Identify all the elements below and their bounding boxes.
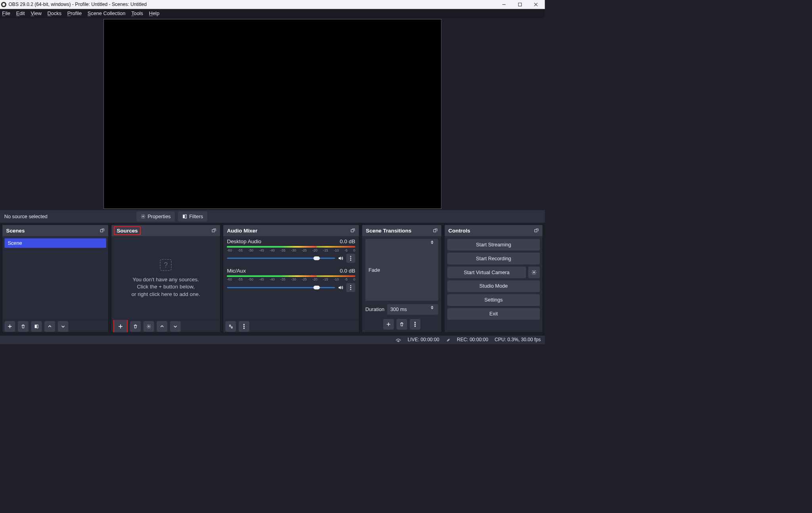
menu-file[interactable]: File [2, 11, 10, 17]
remove-source-button[interactable] [130, 321, 141, 332]
sources-title: Sources [114, 227, 140, 235]
properties-button[interactable]: Properties [136, 211, 175, 222]
maximize-button[interactable] [512, 0, 528, 9]
exit-button[interactable]: Exit [447, 308, 540, 320]
scenes-toolbar [2, 320, 108, 332]
audio-meter [227, 246, 355, 248]
menu-scene-collection[interactable]: Scene Collection [88, 11, 126, 17]
channel-menu-button[interactable] [346, 254, 355, 263]
svg-point-20 [350, 285, 351, 286]
preview-canvas[interactable] [103, 19, 441, 209]
filters-icon [182, 214, 187, 219]
transition-menu-button[interactable] [410, 319, 420, 330]
controls-title: Controls [448, 227, 470, 233]
start-recording-button[interactable]: Start Recording [447, 253, 540, 265]
svg-point-23 [229, 325, 230, 326]
add-source-button[interactable] [114, 319, 128, 332]
add-scene-button[interactable] [4, 321, 15, 332]
minimize-button[interactable] [496, 0, 512, 9]
controls-header[interactable]: Controls [444, 225, 542, 236]
duration-label: Duration [365, 306, 384, 312]
svg-point-21 [350, 287, 351, 288]
mixer-header[interactable]: Audio Mixer [223, 225, 359, 236]
scene-filter-button[interactable] [31, 321, 42, 332]
menu-edit[interactable]: Edit [16, 11, 25, 17]
svg-rect-28 [433, 230, 436, 232]
menu-tools[interactable]: Tools [131, 11, 143, 17]
move-scene-down-button[interactable] [58, 321, 69, 332]
start-streaming-button[interactable]: Start Streaming [447, 239, 540, 251]
channel-level: 0.0 dB [340, 267, 355, 273]
scenes-header[interactable]: Scenes [2, 225, 108, 236]
scene-item[interactable]: Scene [4, 238, 106, 248]
source-properties-button[interactable] [144, 321, 154, 332]
move-source-up-button[interactable] [157, 321, 167, 332]
svg-point-25 [243, 324, 245, 325]
remove-scene-button[interactable] [18, 321, 29, 332]
popout-icon[interactable] [212, 228, 216, 233]
transitions-body: Fade Duration 300 ms [362, 236, 441, 332]
sources-empty-line1: You don't have any sources. [132, 277, 199, 282]
close-button[interactable] [528, 0, 544, 9]
menu-help[interactable]: Help [149, 11, 159, 17]
title-bar: OBS 29.0.2 (64-bit, windows) - Profile: … [0, 0, 545, 9]
svg-point-31 [415, 322, 416, 323]
source-status-label: No source selected [4, 213, 48, 219]
remove-transition-button[interactable] [396, 319, 407, 330]
popout-icon[interactable] [100, 228, 105, 233]
sources-header[interactable]: Sources [111, 225, 220, 236]
filters-button[interactable]: Filters [178, 211, 207, 222]
duration-input[interactable]: 300 ms [387, 304, 438, 315]
volume-slider[interactable] [227, 287, 335, 288]
menu-profile[interactable]: Profile [67, 11, 82, 17]
mixer-settings-button[interactable] [225, 321, 236, 332]
audio-mixer-dock: Audio Mixer Desktop Audio 0.0 dB -60-55-… [223, 225, 359, 332]
svg-point-26 [243, 326, 245, 327]
popout-icon[interactable] [350, 228, 355, 233]
svg-point-19 [350, 259, 351, 261]
channel-name: Desktop Audio [227, 238, 261, 244]
mixer-channel-mic: Mic/Aux 0.0 dB -60-55-50-45-40-35-30-25-… [223, 265, 359, 295]
svg-point-27 [243, 328, 245, 329]
speaker-icon[interactable] [338, 284, 344, 290]
vcam-settings-button[interactable] [528, 267, 540, 279]
settings-button[interactable]: Settings [447, 294, 540, 306]
svg-point-18 [350, 258, 351, 259]
move-scene-up-button[interactable] [44, 321, 55, 332]
scenes-list[interactable]: Scene [2, 236, 108, 320]
channel-menu-button[interactable] [346, 283, 355, 292]
transitions-header[interactable]: Scene Transitions [362, 225, 441, 236]
transition-select[interactable]: Fade [365, 239, 438, 301]
properties-label: Properties [147, 213, 170, 219]
menu-view[interactable]: View [31, 11, 41, 17]
popout-icon[interactable] [534, 228, 539, 233]
status-bar: LIVE: 00:00:00 REC: 00:00:00 CPU: 0.3%, … [0, 335, 545, 344]
preview-area [0, 18, 545, 210]
status-rec: REC: 00:00:00 [457, 337, 488, 343]
mixer-channel-desktop: Desktop Audio 0.0 dB -60-55-50-45-40-35-… [223, 236, 359, 265]
volume-slider[interactable] [227, 258, 335, 259]
source-info-bar: No source selected Properties Filters [0, 210, 545, 223]
transition-value: Fade [368, 267, 380, 273]
sources-empty-state: ? You don't have any sources. Click the … [111, 236, 220, 320]
mixer-title: Audio Mixer [227, 227, 257, 233]
speaker-icon[interactable] [338, 256, 344, 261]
transitions-dock: Scene Transitions Fade Duration 300 ms [362, 225, 442, 332]
svg-rect-10 [35, 325, 36, 328]
start-vcam-button[interactable]: Start Virtual Camera [447, 267, 526, 279]
scenes-dock: Scenes Scene [2, 225, 108, 332]
transitions-title: Scene Transitions [366, 227, 412, 233]
gear-icon [141, 214, 146, 219]
studio-mode-button[interactable]: Studio Mode [447, 281, 540, 292]
move-source-down-button[interactable] [170, 321, 181, 332]
sources-list[interactable]: ? You don't have any sources. Click the … [111, 236, 220, 320]
mixer-menu-button[interactable] [239, 321, 249, 332]
controls-body: Start Streaming Start Recording Start Vi… [444, 236, 542, 332]
popout-icon[interactable] [433, 228, 438, 233]
add-transition-button[interactable] [383, 319, 394, 330]
svg-rect-12 [212, 230, 214, 232]
menu-bar: File Edit View Docks Profile Scene Colle… [0, 9, 545, 18]
status-live: LIVE: 00:00:00 [408, 337, 439, 343]
scenes-title: Scenes [6, 227, 25, 233]
menu-docks[interactable]: Docks [48, 11, 61, 17]
